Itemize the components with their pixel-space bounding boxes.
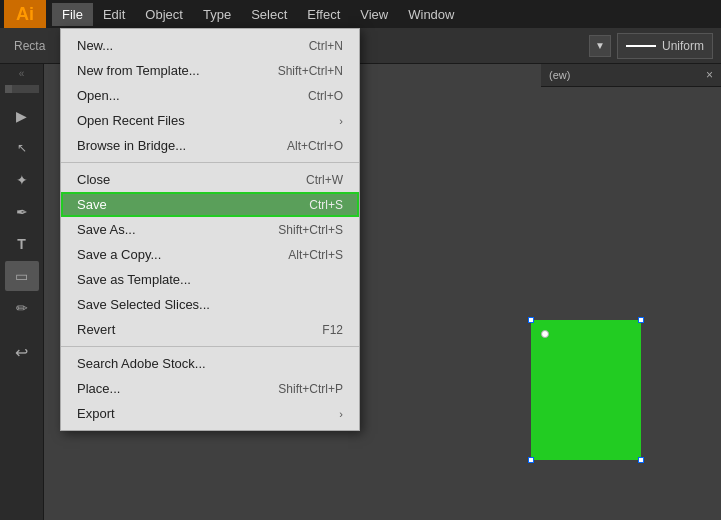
menu-item-open[interactable]: Open... Ctrl+O	[61, 83, 359, 108]
menu-item-new-template-shortcut: Shift+Ctrl+N	[278, 64, 343, 78]
app-logo: Ai	[4, 0, 46, 28]
menu-item-save[interactable]: Save Ctrl+S	[61, 192, 359, 217]
rectangle-tool-button[interactable]: ▭	[5, 261, 39, 291]
menu-file[interactable]: File	[52, 3, 93, 26]
divider-2	[61, 346, 359, 347]
menu-select[interactable]: Select	[241, 3, 297, 26]
ruler-indicator	[5, 85, 39, 93]
menu-item-place[interactable]: Place... Shift+Ctrl+P	[61, 376, 359, 401]
menu-item-save-copy-shortcut: Alt+Ctrl+S	[288, 248, 343, 262]
app-logo-text: Ai	[16, 4, 34, 25]
pencil-icon: ✏	[16, 300, 28, 316]
menu-item-save-template[interactable]: Save as Template...	[61, 267, 359, 292]
collapse-arrow-icon[interactable]: «	[19, 68, 25, 79]
menu-window[interactable]: Window	[398, 3, 464, 26]
menu-item-browse-bridge-label: Browse in Bridge...	[77, 138, 186, 153]
menu-item-save-as-shortcut: Shift+Ctrl+S	[278, 223, 343, 237]
menu-item-close-label: Close	[77, 172, 110, 187]
menu-item-open-label: Open...	[77, 88, 120, 103]
export-submenu-arrow-icon: ›	[339, 408, 343, 420]
menu-item-save-shortcut: Ctrl+S	[309, 198, 343, 212]
uniform-label: Uniform	[662, 39, 704, 53]
menu-edit[interactable]: Edit	[93, 3, 135, 26]
menu-item-save-template-label: Save as Template...	[77, 272, 191, 287]
corner-radius-handle[interactable]	[541, 330, 549, 338]
wand-icon: ✦	[16, 172, 28, 188]
menu-object[interactable]: Object	[135, 3, 193, 26]
menu-item-browse-bridge[interactable]: Browse in Bridge... Alt+Ctrl+O	[61, 133, 359, 158]
menu-item-place-shortcut: Shift+Ctrl+P	[278, 382, 343, 396]
rectangle-icon: ▭	[15, 268, 28, 284]
menu-item-revert-label: Revert	[77, 322, 115, 337]
panel-tab: (ew) ×	[541, 64, 721, 87]
toolbar-right: ▼ Uniform	[589, 33, 713, 59]
arrow-icon: ▶	[16, 108, 27, 124]
menu-bar: Ai File Edit Object Type Select Effect V…	[0, 0, 721, 28]
anchor-bottom-left	[528, 457, 534, 463]
menu-item-close-shortcut: Ctrl+W	[306, 173, 343, 187]
menu-item-browse-bridge-shortcut: Alt+Ctrl+O	[287, 139, 343, 153]
direct-selection-tool-button[interactable]: ↖	[5, 133, 39, 163]
menu-item-search-stock-label: Search Adobe Stock...	[77, 356, 206, 371]
uniform-control: Uniform	[617, 33, 713, 59]
divider-1	[61, 162, 359, 163]
menu-item-place-label: Place...	[77, 381, 120, 396]
menu-item-export[interactable]: Export ›	[61, 401, 359, 426]
anchor-top-right	[638, 317, 644, 323]
menu-item-save-copy-label: Save a Copy...	[77, 247, 161, 262]
menu-effect[interactable]: Effect	[297, 3, 350, 26]
menu-item-save-copy[interactable]: Save a Copy... Alt+Ctrl+S	[61, 242, 359, 267]
dropdown-arrow-button[interactable]: ▼	[589, 35, 611, 57]
selection-tool-button[interactable]: ▶	[5, 101, 39, 131]
stroke-preview	[626, 45, 656, 47]
anchor-top-left	[528, 317, 534, 323]
anchor-bottom-right	[638, 457, 644, 463]
panel-tab-label: (ew)	[549, 69, 570, 81]
magic-wand-tool-button[interactable]: ✦	[5, 165, 39, 195]
menu-view[interactable]: View	[350, 3, 398, 26]
menu-item-open-shortcut: Ctrl+O	[308, 89, 343, 103]
menu-item-save-as[interactable]: Save As... Shift+Ctrl+S	[61, 217, 359, 242]
file-dropdown-menu: New... Ctrl+N New from Template... Shift…	[60, 28, 360, 431]
menu-item-new[interactable]: New... Ctrl+N	[61, 33, 359, 58]
menu-type[interactable]: Type	[193, 3, 241, 26]
menu-item-open-recent-label: Open Recent Files	[77, 113, 185, 128]
chevron-down-icon: ▼	[595, 40, 605, 51]
menu-item-search-stock[interactable]: Search Adobe Stock...	[61, 351, 359, 376]
pen-tool-button[interactable]: ✒	[5, 197, 39, 227]
type-icon: T	[17, 236, 26, 252]
pencil-tool-button[interactable]: ✏	[5, 293, 39, 323]
menu-item-revert-shortcut: F12	[322, 323, 343, 337]
menu-item-save-slices[interactable]: Save Selected Slices...	[61, 292, 359, 317]
shape-label: Recta	[8, 39, 51, 53]
menu-item-new-template-label: New from Template...	[77, 63, 200, 78]
menu-item-save-label: Save	[77, 197, 107, 212]
menu-item-close[interactable]: Close Ctrl+W	[61, 167, 359, 192]
menu-item-save-as-label: Save As...	[77, 222, 136, 237]
green-rectangle[interactable]	[531, 320, 641, 460]
undo-button[interactable]: ↩	[5, 337, 39, 367]
menu-item-new-shortcut: Ctrl+N	[309, 39, 343, 53]
menu-item-open-recent[interactable]: Open Recent Files ›	[61, 108, 359, 133]
menu-item-new-label: New...	[77, 38, 113, 53]
panel-close-button[interactable]: ×	[706, 68, 713, 82]
submenu-arrow-icon: ›	[339, 115, 343, 127]
undo-icon: ↩	[15, 343, 28, 362]
type-tool-button[interactable]: T	[5, 229, 39, 259]
menu-item-export-label: Export	[77, 406, 115, 421]
menu-item-save-slices-label: Save Selected Slices...	[77, 297, 210, 312]
menu-item-new-template[interactable]: New from Template... Shift+Ctrl+N	[61, 58, 359, 83]
pen-icon: ✒	[16, 204, 28, 220]
left-toolbar: « ▶ ↖ ✦ ✒ T ▭ ✏ ↩	[0, 64, 44, 520]
direct-arrow-icon: ↖	[17, 141, 27, 155]
menu-item-revert[interactable]: Revert F12	[61, 317, 359, 342]
